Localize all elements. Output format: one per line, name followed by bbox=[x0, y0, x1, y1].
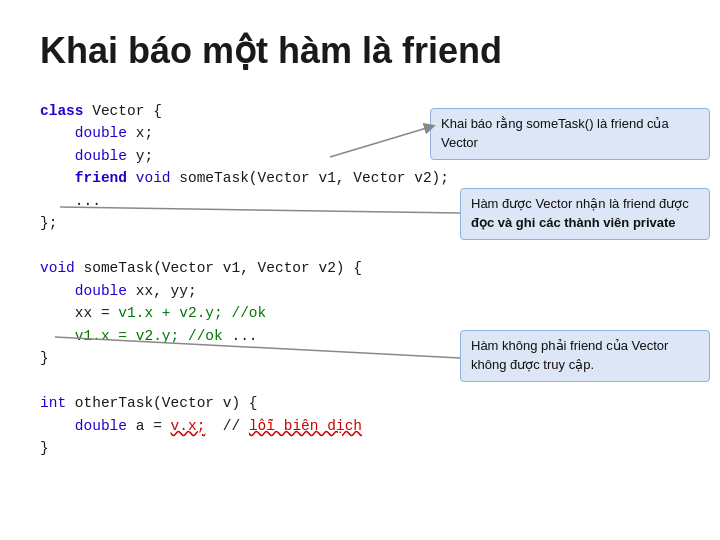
keyword-double3: double bbox=[75, 283, 127, 299]
code-text: } bbox=[40, 440, 49, 456]
ok-text-2: v1.x = v2.y; //ok bbox=[75, 328, 223, 344]
slide-title: Khai báo một hàm là friend bbox=[40, 30, 680, 72]
code-text bbox=[40, 283, 75, 299]
tooltip3-line2: không được truy cập. bbox=[471, 357, 594, 372]
error-code: v.x; bbox=[171, 418, 206, 434]
code-text: }; bbox=[40, 215, 57, 231]
code-text: } bbox=[40, 350, 49, 366]
code-text bbox=[40, 170, 75, 186]
code-text: x; bbox=[127, 125, 153, 141]
tooltip3-line1: Hàm không phải friend của Vector bbox=[471, 338, 668, 353]
tooltip-friend-access: Hàm được Vector nhận là friend được đọc … bbox=[460, 188, 710, 240]
code-text bbox=[40, 328, 75, 344]
tooltip1-text: Khai báo rằng someTask() là friend của V… bbox=[441, 116, 669, 150]
code-text: ... bbox=[223, 328, 258, 344]
code-line-10: xx = v1.x + v2.y; //ok bbox=[40, 302, 680, 324]
code-line-16: } bbox=[40, 437, 680, 459]
code-text: someTask(Vector v1, Vector v2); bbox=[171, 170, 449, 186]
code-text: y; bbox=[127, 148, 153, 164]
code-text: ... bbox=[40, 193, 101, 209]
code-text bbox=[40, 418, 75, 434]
error-label: lỗi biên dịch bbox=[249, 418, 362, 434]
code-line-8: void someTask(Vector v1, Vector v2) { bbox=[40, 257, 680, 279]
code-text: xx = bbox=[40, 305, 118, 321]
code-text: a = bbox=[127, 418, 171, 434]
keyword-double4: double bbox=[75, 418, 127, 434]
keyword-class: class bbox=[40, 103, 84, 119]
keyword-double: double bbox=[75, 125, 127, 141]
code-line-4: friend void someTask(Vector v1, Vector v… bbox=[40, 167, 680, 189]
tooltip-no-access: Hàm không phải friend của Vector không đ… bbox=[460, 330, 710, 382]
code-text: otherTask(Vector v) { bbox=[66, 395, 257, 411]
ok-text-1: v1.x + v2.y; //ok bbox=[118, 305, 266, 321]
code-line-9: double xx, yy; bbox=[40, 280, 680, 302]
code-line-15: double a = v.x; // lỗi biên dịch bbox=[40, 415, 680, 437]
tooltip2-line1: Hàm được Vector nhận là friend được bbox=[471, 196, 689, 211]
keyword-void2: void bbox=[40, 260, 75, 276]
keyword-void: void bbox=[136, 170, 171, 186]
code-text: Vector { bbox=[92, 103, 162, 119]
code-text bbox=[127, 170, 136, 186]
tooltip-friend-declaration: Khai báo rằng someTask() là friend của V… bbox=[430, 108, 710, 160]
code-text: // bbox=[205, 418, 249, 434]
tooltip2-line2: đọc và ghi các thành viên private bbox=[471, 215, 676, 230]
code-text: someTask(Vector v1, Vector v2) { bbox=[75, 260, 362, 276]
slide-container: Khai báo một hàm là friend class Vector … bbox=[0, 0, 720, 540]
keyword-int: int bbox=[40, 395, 66, 411]
code-text: xx, yy; bbox=[127, 283, 197, 299]
keyword-double2: double bbox=[75, 148, 127, 164]
code-text bbox=[40, 125, 75, 141]
keyword-friend: friend bbox=[75, 170, 127, 186]
code-text bbox=[40, 148, 75, 164]
code-line-14: int otherTask(Vector v) { bbox=[40, 392, 680, 414]
